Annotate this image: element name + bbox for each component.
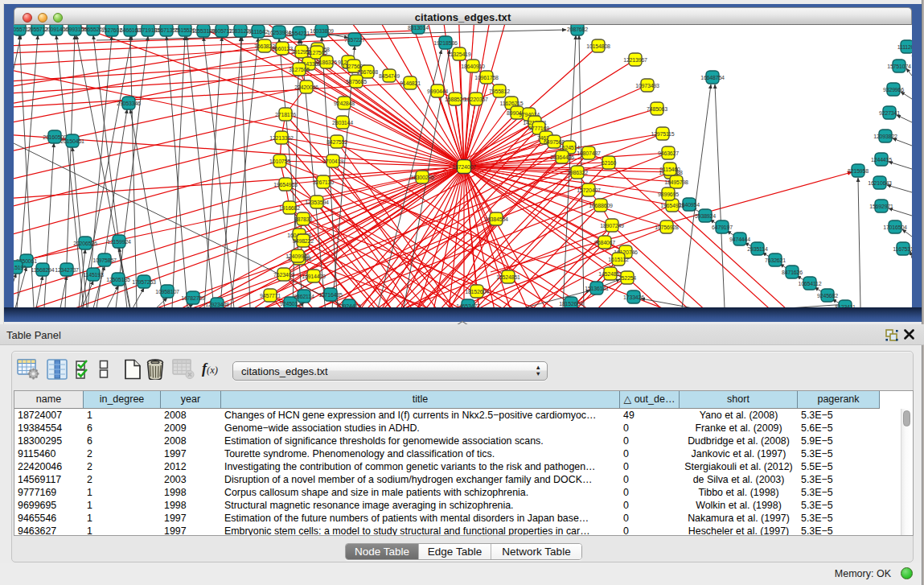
svg-text:3127505: 3127505 (306, 50, 327, 56)
svg-text:1167531: 1167531 (893, 246, 912, 252)
svg-text:12213362: 12213362 (269, 135, 294, 141)
svg-text:16210643: 16210643 (868, 180, 892, 186)
svg-text:5938924: 5938924 (695, 213, 716, 219)
svg-text:18152604: 18152604 (559, 301, 583, 307)
svg-text:15720407: 15720407 (577, 187, 601, 193)
svg-text:26150451: 26150451 (60, 138, 84, 144)
svg-text:12159924: 12159924 (107, 239, 131, 245)
svg-text:8215958: 8215958 (848, 168, 869, 174)
svg-text:15692971: 15692971 (869, 204, 893, 209)
svg-text:10154808: 10154808 (586, 43, 610, 49)
svg-text:887833: 887833 (294, 216, 312, 222)
svg-text:8186325: 8186325 (316, 60, 337, 65)
svg-text:2935114: 2935114 (747, 246, 768, 252)
svg-text:18220357: 18220357 (464, 97, 488, 102)
svg-text:17016504: 17016504 (883, 225, 907, 230)
svg-text:9899695: 9899695 (658, 192, 679, 197)
svg-text:15751074: 15751074 (887, 64, 911, 69)
svg-text:9990444: 9990444 (427, 89, 448, 94)
svg-text:11626215: 11626215 (499, 101, 523, 106)
svg-text:12213967: 12213967 (623, 57, 647, 63)
svg-text:6497568: 6497568 (544, 139, 565, 145)
svg-text:8471626: 8471626 (782, 270, 803, 275)
svg-text:17957253: 17957253 (132, 279, 156, 285)
svg-text:7357227: 7357227 (344, 37, 365, 43)
svg-text:10688609: 10688609 (589, 203, 613, 208)
svg-text:3127505: 3127505 (289, 67, 310, 72)
svg-text:9777169: 9777169 (528, 126, 549, 131)
svg-text:10654112: 10654112 (798, 281, 821, 286)
svg-text:1244415: 1244415 (871, 157, 892, 163)
svg-text:12342737: 12342737 (55, 267, 79, 273)
svg-text:19384554: 19384554 (484, 216, 508, 222)
svg-text:8554221: 8554221 (289, 31, 310, 36)
svg-text:9227341: 9227341 (879, 110, 900, 116)
svg-text:9862114: 9862114 (294, 294, 314, 299)
svg-text:12093822: 12093822 (873, 134, 897, 139)
svg-text:10756928: 10756928 (655, 225, 679, 230)
svg-text:8660123: 8660123 (272, 46, 293, 51)
svg-text:1588520: 1588520 (445, 97, 466, 102)
svg-text:15716485: 15716485 (318, 292, 343, 298)
svg-text:10975857: 10975857 (92, 257, 117, 263)
svg-text:10924415: 10924415 (337, 303, 361, 308)
svg-text:19654963: 19654963 (273, 182, 298, 187)
svg-text:2718176: 2718176 (275, 112, 296, 117)
svg-text:29053346: 29053346 (117, 101, 141, 106)
svg-text:15524851: 15524851 (496, 274, 520, 280)
svg-text:2367608: 2367608 (357, 69, 378, 75)
svg-text:62160: 62160 (602, 160, 617, 166)
svg-text:18724007: 18724007 (452, 164, 476, 170)
svg-text:8427552: 8427552 (326, 139, 347, 145)
svg-text:1111204: 1111204 (897, 44, 912, 50)
svg-text:10973493: 10973493 (635, 83, 659, 89)
svg-text:8123411: 8123411 (835, 304, 856, 308)
svg-text:22420046: 22420046 (294, 84, 318, 90)
svg-text:9146821: 9146821 (400, 80, 421, 86)
svg-text:7955812: 7955812 (489, 89, 510, 94)
svg-text:16648754: 16648754 (700, 75, 725, 80)
svg-text:10961758: 10961758 (474, 75, 499, 80)
svg-text:9329966: 9329966 (883, 87, 904, 93)
svg-text:12353594: 12353594 (305, 200, 329, 205)
svg-text:8498222: 8498222 (293, 238, 314, 244)
svg-text:10807487: 10807487 (577, 150, 601, 156)
svg-text:8813014: 8813014 (408, 25, 429, 31)
svg-text:15136141: 15136141 (585, 286, 609, 291)
svg-text:12505185: 12505185 (106, 277, 130, 282)
svg-text:16253984: 16253984 (267, 30, 291, 35)
svg-text:3915191: 3915191 (14, 265, 27, 270)
svg-text:2803144: 2803144 (332, 120, 353, 126)
svg-text:12975115: 12975115 (651, 131, 674, 137)
svg-text:7986322: 7986322 (567, 170, 588, 175)
svg-text:9111642: 9111642 (248, 29, 269, 35)
svg-text:10958107: 10958107 (155, 289, 179, 295)
svg-text:1733426: 1733426 (623, 295, 644, 300)
svg-text:9245682: 9245682 (817, 293, 838, 299)
svg-text:19654923: 19654923 (660, 203, 684, 208)
svg-text:19218586: 19218586 (433, 40, 458, 46)
svg-text:18907249: 18907249 (600, 223, 624, 229)
svg-text:1615112: 1615112 (608, 257, 629, 262)
svg-text:11325419: 11325419 (447, 51, 470, 57)
svg-text:11568294: 11568294 (31, 267, 54, 273)
svg-text:3267130: 3267130 (313, 179, 334, 185)
svg-text:9457771: 9457771 (260, 293, 281, 299)
svg-text:2087682: 2087682 (567, 27, 588, 32)
svg-text:1700419: 1700419 (322, 159, 343, 164)
svg-text:9463627: 9463627 (658, 150, 679, 156)
svg-text:8454749: 8454749 (379, 73, 400, 79)
svg-text:1624514: 1624514 (559, 145, 580, 150)
svg-text:9242848: 9242848 (334, 101, 355, 106)
svg-text:12923448: 12923448 (205, 302, 229, 307)
svg-text:12409949: 12409949 (285, 253, 310, 259)
svg-text:7623402: 7623402 (273, 272, 294, 278)
svg-text:7632621: 7632621 (765, 257, 786, 263)
svg-text:14653477: 14653477 (456, 303, 480, 308)
svg-text:18152604: 18152604 (465, 289, 489, 295)
svg-text:18300295: 18300295 (410, 175, 434, 180)
svg-text:1010755: 1010755 (269, 159, 290, 164)
svg-text:20364436: 20364436 (550, 154, 574, 160)
svg-text:1916682: 1916682 (279, 205, 300, 211)
svg-text:9684067: 9684067 (594, 240, 615, 245)
